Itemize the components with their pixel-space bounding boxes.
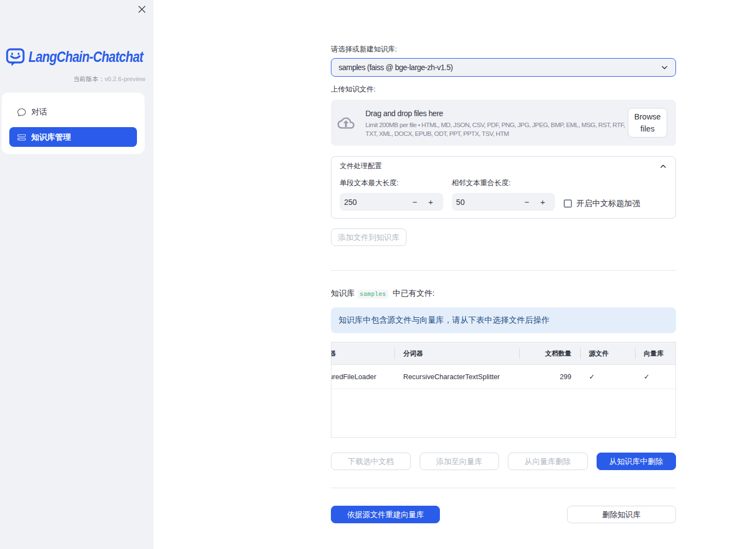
divider [331,488,676,488]
chunk-size-value: 250 [344,198,407,207]
main-content: 请选择或新建知识库: samples (faiss @ bge-large-zh… [153,0,756,549]
browse-files-button[interactable]: Browse files [628,108,667,138]
file-action-buttons: 下载选中文档 添加至向量库 从向量库删除 从知识库中删除 [331,453,676,470]
spacer [449,506,558,523]
overlap-size-increment-button[interactable]: + [535,193,551,211]
upload-label: 上传知识文件: [331,84,676,95]
rebuild-vector-store-button[interactable]: 依据源文件重建向量库 [331,506,440,523]
chat-icon [18,108,26,116]
kb-files-prefix: 知识库 [331,289,355,298]
zh-title-checkbox-label: 开启中文标题加强 [576,198,640,209]
cell-docs-count[interactable]: 299 [519,365,580,388]
file-config-expander: 文件处理配置 单段文本最大长度: 250 − + [331,156,676,219]
overlap-size-value: 50 [456,198,519,207]
table-header-row: 文档加载器 分词器 文档数量 源文件 向量库 [331,342,676,365]
col-header-docs-count[interactable]: 文档数量 [519,342,580,364]
menu-item-label: 知识库管理 [31,132,71,142]
sidebar-close-button[interactable] [138,5,146,13]
kb-selectbox-value: samples (faiss @ bge-large-zh-v1.5) [339,63,659,72]
delete-from-kb-button[interactable]: 从知识库中删除 [597,453,677,470]
hdd-stack-icon [18,133,26,141]
delete-kb-button[interactable]: 删除知识库 [567,506,676,523]
kb-action-buttons: 依据源文件重建向量库 删除知识库 [331,506,676,523]
chunk-size-decrement-button[interactable]: − [407,193,423,211]
menu-item-dialogue[interactable]: 对话 [9,101,137,122]
page: LangChain-Chatchat 当前版本：v0.2.6-preview 对… [0,0,756,549]
cloud-upload-icon [337,115,354,131]
chatchat-logo-icon [6,48,25,66]
overlap-size-field: 相邻文本重合长度: 50 − + [452,176,555,211]
overlap-size-decrement-button[interactable]: − [519,193,535,211]
checkbox-box[interactable] [564,199,572,208]
dropzone-title: Drag and drop files here [365,108,628,119]
files-table[interactable]: 文档加载器 分词器 文档数量 源文件 向量库 UnstructuredFileL… [331,342,676,438]
col-header-loader[interactable]: 文档加载器 [331,342,394,364]
dropzone-limit: Limit 200MB per file • HTML, MD, JSON, C… [365,121,626,138]
chevron-down-icon [659,62,670,73]
chunk-size-field: 单段文本最大长度: 250 − + [340,176,443,211]
version-label: 当前版本： [73,76,105,82]
cell-splitter[interactable]: RecursiveCharacterTextSplitter [394,365,519,388]
chunk-size-input[interactable]: 250 − + [340,193,443,211]
add-files-button[interactable]: 添加文件到知识库 [331,228,406,246]
kb-files-heading: 知识库samples 中已有文件: [331,287,676,301]
logo-text: LangChain-Chatchat [28,49,143,66]
overlap-size-input[interactable]: 50 − + [452,193,555,211]
chunk-size-increment-button[interactable]: + [423,193,439,211]
kb-select-label: 请选择或新建知识库: [331,44,676,55]
close-icon [138,5,146,13]
info-alert: 知识库中包含源文件与向量库，请从下表中选择文件后操作 [331,307,676,333]
file-dropzone[interactable]: Drag and drop files here Limit 200MB per… [331,100,676,146]
add-to-vector-store-button[interactable]: 添加至向量库 [420,453,500,470]
col-header-splitter[interactable]: 分词器 [394,342,519,364]
col-header-vector-store[interactable]: 向量库 [635,342,676,364]
version-value: v0.2.6-preview [105,76,145,82]
chunk-size-label: 单段文本最大长度: [340,178,443,188]
menu-item-knowledge-base[interactable]: 知识库管理 [9,127,137,147]
menu-item-label: 对话 [31,107,47,117]
download-selected-button[interactable]: 下载选中文档 [331,453,411,470]
divider [331,270,676,271]
chevron-up-icon [659,162,667,170]
table-row[interactable]: UnstructuredFileLoader RecursiveCharacte… [331,365,676,389]
zh-title-checkbox[interactable]: 开启中文标题加强 [564,198,640,209]
expander-header[interactable]: 文件处理配置 [331,157,675,176]
dropzone-texts: Drag and drop files here Limit 200MB per… [365,108,628,138]
kb-selectbox[interactable]: samples (faiss @ bge-large-zh-v1.5) [331,58,676,77]
expander-title: 文件处理配置 [340,162,659,171]
cell-loader[interactable]: UnstructuredFileLoader [331,365,394,388]
sidebar: LangChain-Chatchat 当前版本：v0.2.6-preview 对… [0,0,153,549]
delete-from-vector-store-button[interactable]: 从向量库删除 [508,453,588,470]
kb-files-suffix: 中已有文件: [393,289,435,298]
overlap-size-label: 相邻文本重合长度: [452,178,555,188]
sidebar-menu: 对话 知识库管理 [2,93,145,154]
kb-name-code: samples [358,290,388,299]
cell-vector-store[interactable]: ✓ [635,365,676,388]
app-logo: LangChain-Chatchat [6,48,165,66]
info-alert-text: 知识库中包含源文件与向量库，请从下表中选择文件后操作 [339,315,549,325]
col-header-source-file[interactable]: 源文件 [580,342,635,364]
cell-source-file[interactable]: ✓ [580,365,635,388]
version-caption: 当前版本：v0.2.6-preview [73,75,145,83]
expander-body: 单段文本最大长度: 250 − + 相邻文本重合长度: 50 − [331,176,675,218]
zh-title-field: 开启中文标题加强 [564,176,667,211]
